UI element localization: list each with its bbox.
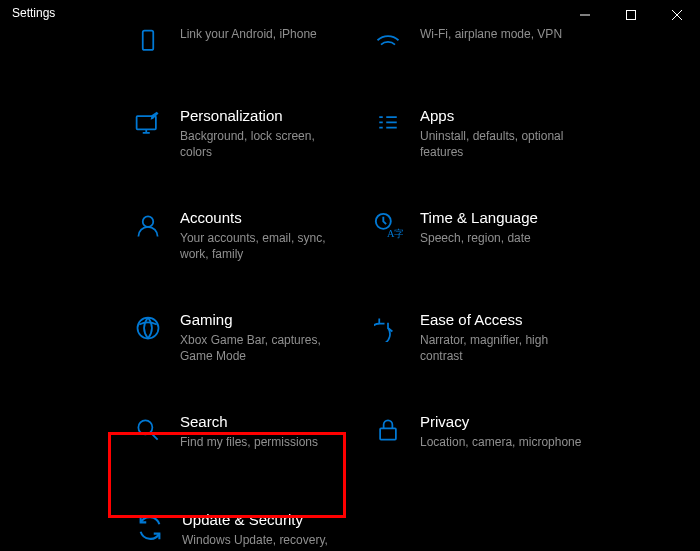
category-desc: Location, camera, microphone — [420, 434, 590, 450]
category-accounts[interactable]: Accounts Your accounts, email, sync, wor… — [128, 202, 368, 268]
category-desc: Xbox Game Bar, captures, Game Mode — [180, 332, 350, 364]
category-desc: Find my files, permissions — [180, 434, 350, 450]
category-personalization[interactable]: Personalization Background, lock screen,… — [128, 100, 368, 166]
update-security-icon — [134, 512, 166, 544]
category-privacy[interactable]: Privacy Location, camera, microphone — [368, 406, 608, 456]
category-title: Apps — [420, 106, 596, 126]
accounts-icon — [132, 210, 164, 242]
category-gaming[interactable]: Gaming Xbox Game Bar, captures, Game Mod… — [128, 304, 368, 370]
time-language-icon: A字 — [372, 210, 404, 242]
svg-text:A字: A字 — [387, 228, 403, 239]
category-title: Accounts — [180, 208, 356, 228]
ease-of-access-icon — [372, 312, 404, 344]
privacy-icon — [372, 414, 404, 446]
category-desc: Windows Update, recovery, backup — [182, 532, 352, 551]
svg-rect-8 — [380, 428, 396, 439]
svg-point-3 — [143, 216, 154, 227]
category-title: Ease of Access — [420, 310, 596, 330]
category-search[interactable]: Search Find my files, permissions — [128, 406, 368, 456]
svg-rect-1 — [143, 31, 154, 50]
category-desc: Narrator, magnifier, high contrast — [420, 332, 590, 364]
gaming-icon — [132, 312, 164, 344]
category-ease-of-access[interactable]: Ease of Access Narrator, magnifier, high… — [368, 304, 608, 370]
category-desc: Your accounts, email, sync, work, family — [180, 230, 350, 262]
category-title: Gaming — [180, 310, 356, 330]
apps-icon — [372, 108, 404, 140]
category-phone[interactable]: Link your Android, iPhone — [128, 18, 368, 64]
svg-point-7 — [138, 420, 152, 434]
category-desc: Link your Android, iPhone — [180, 26, 350, 42]
category-time-language[interactable]: A字 Time & Language Speech, region, date — [368, 202, 608, 268]
phone-icon — [132, 26, 164, 58]
category-title: Personalization — [180, 106, 356, 126]
category-desc: Wi-Fi, airplane mode, VPN — [420, 26, 590, 42]
network-icon — [372, 26, 404, 58]
search-icon — [132, 414, 164, 446]
category-desc: Uninstall, defaults, optional features — [420, 128, 590, 160]
category-network[interactable]: Wi-Fi, airplane mode, VPN — [368, 18, 608, 64]
category-title: Privacy — [420, 412, 596, 432]
category-title: Update & Security — [182, 510, 354, 530]
settings-grid: Link your Android, iPhone Wi-Fi, airplan… — [128, 18, 700, 551]
category-desc: Speech, region, date — [420, 230, 590, 246]
category-update-security[interactable]: Update & Security Windows Update, recove… — [128, 492, 368, 551]
personalization-icon — [132, 108, 164, 140]
svg-point-6 — [138, 318, 159, 339]
category-title: Time & Language — [420, 208, 596, 228]
category-title: Search — [180, 412, 356, 432]
category-apps[interactable]: Apps Uninstall, defaults, optional featu… — [368, 100, 608, 166]
category-desc: Background, lock screen, colors — [180, 128, 350, 160]
